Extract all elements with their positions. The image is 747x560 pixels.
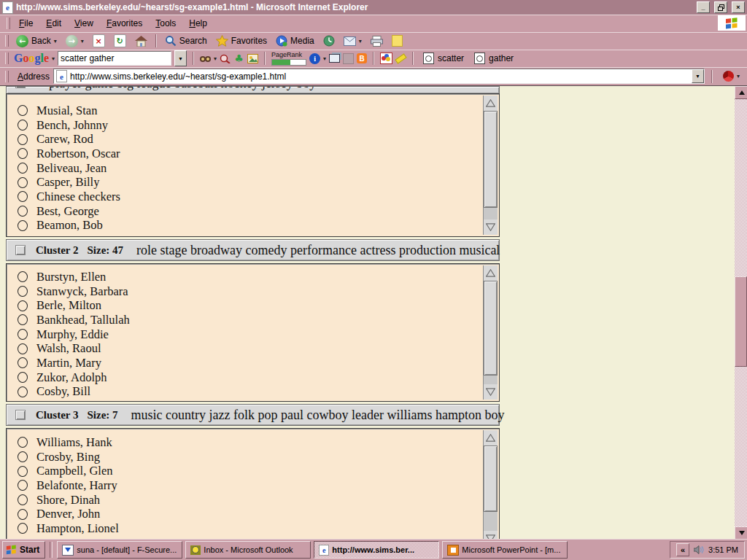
form-fill-icon[interactable]: [343, 53, 354, 64]
restore-button[interactable]: [714, 1, 727, 13]
history-button[interactable]: [320, 32, 338, 50]
list-item[interactable]: Crosby, Bing: [18, 450, 481, 464]
scrollbar-down-button[interactable]: [735, 526, 747, 540]
radio-button-icon[interactable]: [18, 386, 28, 397]
tray-chevron-button[interactable]: «: [676, 543, 689, 556]
scrollbar-up-button[interactable]: [735, 86, 747, 99]
browser-scrollbar[interactable]: [735, 86, 747, 540]
volume-icon[interactable]: [694, 545, 704, 554]
list-item[interactable]: Belafonte, Harry: [18, 478, 481, 493]
list-item[interactable]: Beamon, Bob: [18, 219, 481, 233]
gather-word-button[interactable]: gather: [471, 52, 517, 65]
address-input[interactable]: e http://www.sims.berkeley.edu/~hearst/s…: [53, 69, 705, 84]
list-item[interactable]: Bench, Johnny: [18, 118, 481, 133]
search-button[interactable]: Search: [161, 32, 211, 50]
task-button-ie-active[interactable]: e http://www.sims.ber...: [314, 541, 439, 559]
radio-button-icon[interactable]: [18, 343, 28, 354]
address-dropdown[interactable]: ▼: [692, 69, 704, 83]
cluster1-checkbox[interactable]: [15, 86, 26, 88]
radio-button-icon[interactable]: [18, 177, 28, 188]
radio-button-icon[interactable]: [18, 314, 28, 325]
back-button[interactable]: ← Back ▾: [12, 32, 61, 50]
menu-item[interactable]: Edit: [39, 17, 68, 30]
radio-button-icon[interactable]: [18, 437, 28, 448]
list-item[interactable]: Carew, Rod: [18, 132, 481, 147]
search-site-icon[interactable]: [220, 53, 231, 64]
list-item[interactable]: Cosby, Bill: [18, 385, 481, 400]
list-item[interactable]: Bankhead, Tallulah: [18, 313, 481, 327]
cluster3-scrollbar[interactable]: [483, 430, 498, 540]
scatter-word-button[interactable]: scatter: [419, 52, 468, 65]
scroll-thumb[interactable]: [484, 281, 498, 376]
list-item[interactable]: Casper, Billy: [18, 175, 481, 190]
list-item[interactable]: Williams, Hank: [18, 435, 481, 450]
radio-button-icon[interactable]: [18, 271, 28, 282]
scrollbar-thumb[interactable]: [735, 276, 747, 367]
forward-dropdown-caret[interactable]: ▾: [81, 38, 84, 44]
mail-button[interactable]: ▾: [340, 32, 365, 50]
list-item[interactable]: Musial, Stan: [18, 104, 481, 118]
radio-button-icon[interactable]: [18, 120, 28, 131]
radio-button-icon[interactable]: [18, 480, 28, 491]
cluster3-header[interactable]: Cluster 3 Size: 7 music country jazz fol…: [6, 404, 500, 426]
list-item[interactable]: Berle, Milton: [18, 298, 481, 313]
list-item[interactable]: Shore, Dinah: [18, 493, 481, 508]
minimize-button[interactable]: _: [697, 1, 710, 13]
menu-item[interactable]: File: [12, 17, 39, 30]
edit-button[interactable]: [388, 32, 406, 50]
radio-button-icon[interactable]: [18, 451, 28, 462]
acrobat-button[interactable]: ▾: [719, 68, 747, 85]
scroll-up-icon[interactable]: [484, 265, 498, 281]
scroll-track[interactable]: [484, 281, 498, 384]
toolbar-grip[interactable]: [7, 18, 10, 29]
scroll-down-icon[interactable]: [484, 219, 498, 235]
lucky-clover-icon[interactable]: ♣: [233, 53, 244, 64]
scroll-thumb[interactable]: [484, 446, 498, 512]
google-search-input[interactable]: [58, 51, 171, 66]
print-button[interactable]: [367, 32, 387, 50]
search-options-caret[interactable]: ▾: [214, 55, 217, 62]
list-item[interactable]: Best, George: [18, 204, 481, 219]
list-item[interactable]: Stanwyck, Barbara: [18, 284, 481, 299]
page-info-icon[interactable]: i: [309, 53, 320, 64]
search-web-binoculars-icon[interactable]: [200, 53, 211, 64]
radio-button-icon[interactable]: [18, 494, 28, 505]
menu-item[interactable]: Help: [182, 17, 214, 30]
radio-button-icon[interactable]: [18, 509, 28, 520]
favorites-button[interactable]: Favorites: [212, 32, 271, 50]
list-item[interactable]: Hampton, Lionel: [18, 521, 481, 536]
mail-dropdown-caret[interactable]: ▾: [359, 38, 362, 44]
cluster2-header[interactable]: Cluster 2 Size: 47 role stage broadway c…: [6, 239, 500, 261]
scroll-down-icon[interactable]: [484, 384, 498, 400]
options-balls-icon[interactable]: [380, 52, 392, 64]
radio-button-icon[interactable]: [18, 372, 28, 383]
task-button-outlook[interactable]: Inbox - Microsoft Outlook: [185, 541, 311, 559]
back-dropdown-caret[interactable]: ▾: [54, 38, 57, 44]
list-item[interactable]: Walsh, Raoul: [18, 341, 481, 356]
menu-item[interactable]: Tools: [149, 17, 182, 30]
radio-button-icon[interactable]: [18, 466, 28, 477]
radio-button-icon[interactable]: [18, 357, 28, 368]
google-search-dropdown[interactable]: ▼: [174, 50, 187, 66]
task-button-powerpoint[interactable]: Microsoft PowerPoint - [m...: [442, 541, 568, 559]
google-logo[interactable]: Google: [14, 52, 49, 65]
clock[interactable]: 3:51 PM: [708, 545, 738, 554]
address-url[interactable]: http://www.sims.berkeley.edu/~hearst/sg-…: [70, 71, 689, 82]
task-button-fsecure[interactable]: suna - [default] - F-Secure...: [57, 541, 182, 559]
list-item[interactable]: Beliveau, Jean: [18, 161, 481, 176]
list-item[interactable]: Murphy, Eddie: [18, 327, 481, 342]
cluster1-header-clipped[interactable]: player game big league baseball hockey j…: [6, 86, 500, 93]
toolbar-grip[interactable]: [5, 52, 9, 64]
cluster1-scrollbar[interactable]: [483, 96, 498, 235]
radio-button-icon[interactable]: [18, 163, 28, 174]
media-button[interactable]: Media: [272, 32, 318, 50]
radio-button-icon[interactable]: [18, 148, 28, 159]
blogger-icon[interactable]: B: [357, 53, 367, 63]
home-button[interactable]: [131, 32, 151, 50]
forward-button[interactable]: → ▾: [62, 32, 88, 50]
list-item[interactable]: Robertson, Oscar: [18, 147, 481, 161]
page-info-caret[interactable]: ▾: [323, 55, 326, 62]
radio-button-icon[interactable]: [18, 206, 28, 217]
cluster2-scrollbar[interactable]: [483, 265, 498, 400]
scroll-track[interactable]: [484, 446, 498, 531]
